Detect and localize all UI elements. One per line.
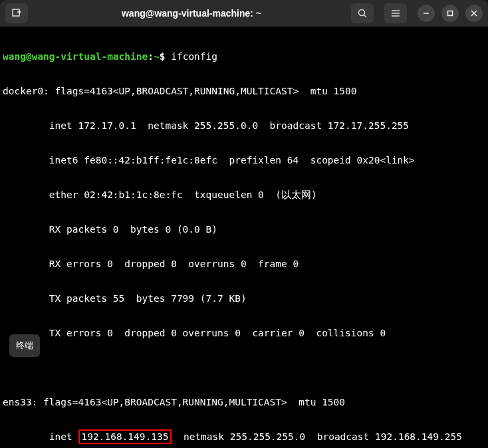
close-button[interactable]	[465, 5, 483, 22]
menu-button[interactable]	[384, 3, 407, 23]
svg-line-4	[364, 15, 367, 18]
maximize-icon	[447, 10, 453, 17]
command-text: ifconfig	[171, 51, 217, 62]
minimize-icon	[423, 10, 429, 17]
window-title: wang@wang-virtual-machine: ~	[32, 8, 351, 19]
ens33-header: ens33: flags=4163<UP,BROADCAST,RUNNING,M…	[3, 393, 485, 411]
search-button[interactable]	[351, 3, 374, 23]
titlebar: wang@wang-virtual-machine: ~	[0, 0, 488, 27]
svg-rect-9	[448, 11, 453, 16]
docker0-tx-packets: TX packets 55 bytes 7799 (7.7 KB)	[3, 290, 485, 307]
svg-point-3	[359, 10, 365, 16]
docker0-rx-errors: RX errors 0 dropped 0 overruns 0 frame 0	[3, 255, 485, 273]
prompt-line: wang@wang-virtual-machine:~$ ifconfig	[3, 48, 485, 65]
new-tab-button[interactable]	[5, 3, 28, 23]
docker0-inet: inet 172.17.0.1 netmask 255.255.0.0 broa…	[3, 117, 485, 134]
ens33-inet: inet 192.168.149.135 netmask 255.255.255…	[3, 428, 485, 445]
prompt-sep: :	[148, 51, 154, 62]
prompt-path: ~	[154, 51, 160, 62]
terminal-body[interactable]: wang@wang-virtual-machine:~$ ifconfig do…	[0, 27, 488, 448]
docker0-ether: ether 02:42:b1:1c:8e:fc txqueuelen 0 (以太…	[3, 186, 485, 203]
svg-rect-0	[13, 9, 19, 16]
floating-terminal-label: 终端	[9, 334, 40, 357]
new-tab-icon	[11, 8, 22, 19]
prompt-userhost: wang@wang-virtual-machine	[3, 51, 148, 62]
prompt-dollar: $	[160, 51, 166, 62]
ens33-inet-pre: inet	[3, 431, 78, 442]
blank-line	[3, 359, 485, 376]
docker0-rx-packets: RX packets 0 bytes 0 (0.0 B)	[3, 221, 485, 238]
docker0-tx-errors: TX errors 0 dropped 0 overruns 0 carrier…	[3, 324, 485, 342]
docker0-header: docker0: flags=4163<UP,BROADCAST,RUNNING…	[3, 82, 485, 100]
ens33-inet-post: netmask 255.255.255.0 broadcast 192.168.…	[172, 431, 462, 442]
minimize-button[interactable]	[418, 5, 435, 22]
close-icon	[471, 10, 477, 17]
hamburger-icon	[391, 9, 400, 18]
highlighted-ip: 192.168.149.135	[78, 429, 172, 444]
docker0-inet6: inet6 fe80::42:b1ff:fe1c:8efc prefixlen …	[3, 152, 485, 169]
maximize-button[interactable]	[441, 5, 459, 22]
search-icon	[358, 9, 367, 18]
